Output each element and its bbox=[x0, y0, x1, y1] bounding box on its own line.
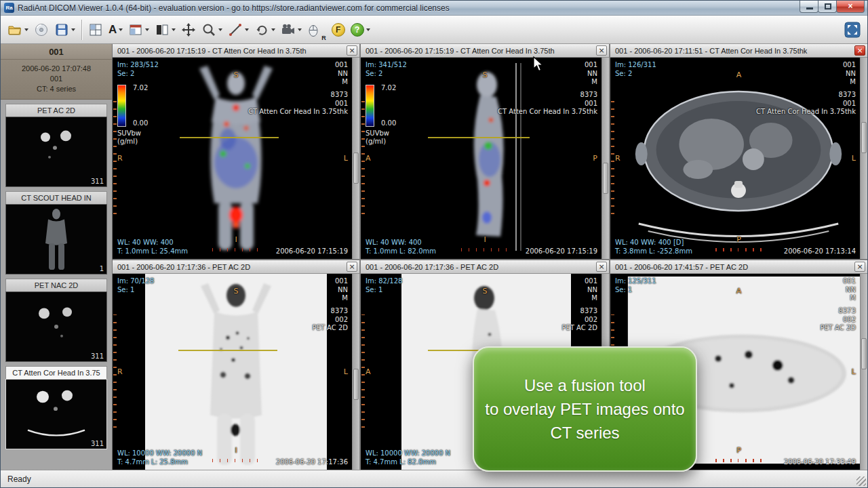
close-button[interactable]: × bbox=[836, 1, 865, 13]
viewport-close-button[interactable]: × bbox=[854, 262, 865, 272]
viewport-canvas[interactable]: Im: 70/128Se: 1 001NNM 8373002PET AC 2D … bbox=[113, 274, 359, 470]
maximize-icon bbox=[825, 3, 831, 9]
fusion-button[interactable]: F bbox=[329, 18, 348, 41]
viewport-scrollbar[interactable] bbox=[352, 58, 359, 259]
cine-button[interactable] bbox=[278, 18, 304, 41]
window-level-info: WL: 10000 WW: 20000 NT: 4.7mm L: 82.0mm bbox=[366, 449, 450, 466]
patient-id-header[interactable]: 001 bbox=[1, 44, 112, 60]
zoom-button[interactable] bbox=[199, 18, 225, 41]
series-info: 8373001CT Atten Cor Head In 3.75thk bbox=[498, 91, 597, 117]
dropdown-caret-icon bbox=[271, 28, 275, 31]
viewport-header[interactable]: 001 - 2006-06-20 17:17:36 - PET AC 2D × bbox=[113, 260, 359, 274]
viewport-sagittal-fused[interactable]: 001 - 2006-06-20 17:15:19 - CT Atten Cor… bbox=[361, 44, 609, 259]
mouse-icon bbox=[307, 22, 321, 37]
viewport-scrollbar[interactable] bbox=[860, 274, 867, 470]
bottom-ruler bbox=[212, 459, 260, 462]
dropdown-caret-icon bbox=[218, 28, 222, 31]
viewport-scrollbar[interactable] bbox=[860, 58, 867, 259]
series-info: 8373002PET AC 2D bbox=[561, 307, 597, 333]
image-counter: Im: 283/512Se: 2 bbox=[117, 61, 159, 78]
orientation-bottom: I bbox=[235, 447, 237, 455]
viewport-coronal-pet[interactable]: 001 - 2006-06-20 17:17:36 - PET AC 2D × bbox=[113, 260, 359, 470]
split-view-button[interactable] bbox=[152, 18, 178, 41]
orientation-left: R bbox=[615, 155, 620, 163]
image-count: 1 bbox=[100, 265, 104, 272]
viewport-header[interactable]: 001 - 2006-06-20 17:17:36 - PET AC 2D × bbox=[361, 260, 609, 274]
annotations-button[interactable]: A bbox=[106, 18, 125, 41]
scrollbar-thumb[interactable] bbox=[353, 369, 359, 400]
callout-line: to overlay PET images onto bbox=[485, 397, 684, 421]
series-item[interactable]: CT SCOUT HEAD IN 1 bbox=[1, 191, 112, 274]
mouse-functions-button[interactable]: R bbox=[304, 18, 329, 41]
resize-grip[interactable] bbox=[856, 476, 866, 486]
callout-line: Use a fusion tool bbox=[524, 373, 646, 397]
viewport-canvas[interactable]: Im: 341/512Se: 2 001NNM 8373001CT Atten … bbox=[361, 58, 609, 259]
series-item[interactable]: PET AC 2D 311 bbox=[1, 104, 112, 187]
viewport-header[interactable]: 001 - 2006-06-20 17:15:19 - CT Atten Cor… bbox=[113, 44, 359, 58]
pan-arrows-icon bbox=[181, 22, 196, 37]
study-entry[interactable]: 2006-06-20 17:07:48 001 CT: 4 series bbox=[1, 60, 112, 100]
patient-info: 001NNM bbox=[585, 61, 597, 87]
callout-line: CT series bbox=[550, 421, 619, 445]
fullscreen-icon bbox=[844, 22, 861, 38]
series-item-selected[interactable]: CT Atten Cor Head In 3.75 311 bbox=[1, 366, 112, 449]
viewport-header[interactable]: 001 - 2006-06-20 17:15:19 - CT Atten Cor… bbox=[361, 44, 609, 58]
image-count: 311 bbox=[91, 440, 104, 447]
layout-button[interactable] bbox=[85, 18, 106, 41]
acquisition-date: 2006-06-20 17:13:14 bbox=[784, 247, 856, 256]
thumbnail-scout-image bbox=[6, 205, 106, 274]
scan-image-axial-ct bbox=[610, 58, 867, 259]
rotate-button[interactable] bbox=[252, 18, 278, 41]
viewport-close-button[interactable]: × bbox=[347, 45, 357, 56]
image-counter: Im: 341/512Se: 2 bbox=[366, 61, 407, 78]
scrollbar-thumb[interactable] bbox=[603, 163, 608, 194]
dropdown-caret-icon bbox=[298, 28, 302, 31]
minimize-button[interactable] bbox=[800, 1, 818, 13]
scrollbar-thumb[interactable] bbox=[353, 152, 359, 184]
viewport-canvas[interactable]: Im: 126/311Se: 2 001NNM 8373001CT Atten … bbox=[610, 58, 867, 259]
viewport-coronal-fused[interactable]: 001 - 2006-06-20 17:15:19 - CT Atten Cor… bbox=[113, 44, 359, 259]
colorbar-gradient bbox=[366, 85, 374, 127]
orientation-top: S bbox=[483, 287, 488, 296]
measure-line-icon bbox=[228, 22, 243, 37]
bottom-ruler bbox=[715, 459, 763, 462]
viewport-close-button[interactable]: × bbox=[854, 45, 865, 56]
viewport-header[interactable]: 001 - 2006-06-20 17:41:57 - PET AC 2D × bbox=[610, 260, 867, 274]
series-thumbnail[interactable]: 311 bbox=[5, 291, 107, 362]
toolbar-separator bbox=[81, 20, 82, 40]
pan-button[interactable] bbox=[178, 18, 199, 41]
title-bar[interactable]: Ra RadiAnt DICOM Viewer 1.0.4 (64-bit) -… bbox=[1, 1, 867, 16]
series-label: PET NAC 2D bbox=[5, 279, 107, 291]
help-question-icon: ? bbox=[351, 23, 364, 37]
viewport-scrollbar[interactable] bbox=[352, 274, 359, 470]
scrollbar-thumb[interactable] bbox=[861, 122, 867, 153]
dropdown-caret-icon bbox=[366, 28, 370, 31]
viewport-close-button[interactable]: × bbox=[596, 45, 607, 56]
series-thumbnail[interactable]: 311 bbox=[5, 117, 107, 187]
series-browser-button[interactable] bbox=[125, 18, 152, 41]
viewport-header[interactable]: 001 - 2006-06-20 17:11:51 - CT Atten Cor… bbox=[610, 44, 867, 58]
series-thumbnail[interactable]: 1 bbox=[5, 204, 107, 274]
help-button[interactable]: ? bbox=[348, 18, 373, 41]
image-counter: Im: 126/311Se: 2 bbox=[615, 61, 656, 78]
layout-grid-icon bbox=[88, 22, 103, 37]
close-icon: × bbox=[837, 1, 864, 12]
series-item[interactable]: PET NAC 2D 311 bbox=[1, 279, 112, 362]
cd-button[interactable] bbox=[31, 18, 52, 41]
measure-button[interactable] bbox=[225, 18, 252, 41]
cross-reference-line bbox=[180, 137, 279, 138]
viewport-axial-ct[interactable]: 001 - 2006-06-20 17:11:51 - CT Atten Cor… bbox=[610, 44, 867, 259]
maximize-button[interactable] bbox=[818, 1, 837, 13]
viewport-close-button[interactable]: × bbox=[596, 262, 607, 272]
viewport-scrollbar[interactable] bbox=[601, 58, 609, 259]
window-title: RadiAnt DICOM Viewer 1.0.4 (64-bit) - ev… bbox=[18, 3, 797, 13]
export-button[interactable] bbox=[52, 18, 78, 41]
series-label: PET AC 2D bbox=[5, 104, 107, 117]
split-panes-icon bbox=[155, 22, 170, 37]
viewport-close-button[interactable]: × bbox=[347, 262, 357, 272]
series-thumbnail[interactable]: 311 bbox=[5, 379, 107, 449]
scrollbar-thumb[interactable] bbox=[861, 338, 867, 369]
viewport-canvas[interactable]: Im: 283/512Se: 2 001NNM 8373001CT Atten … bbox=[113, 58, 359, 259]
open-button[interactable] bbox=[5, 18, 31, 41]
fullscreen-button[interactable] bbox=[842, 18, 863, 41]
